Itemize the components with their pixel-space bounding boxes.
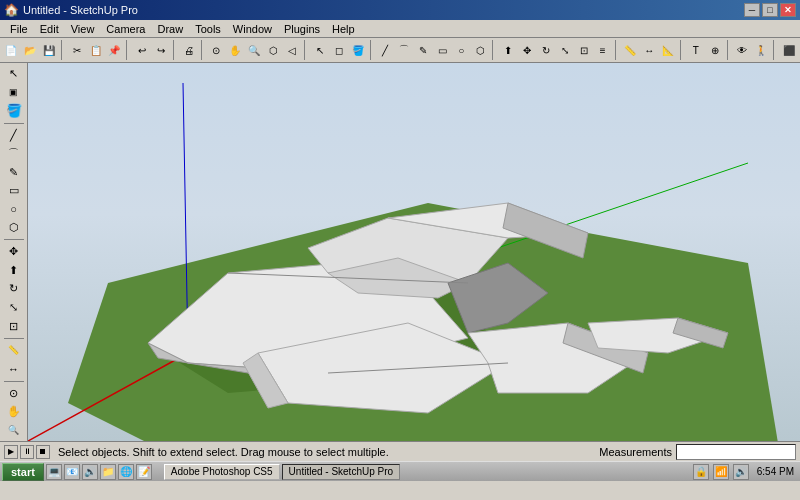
tb-new[interactable]: 📄: [2, 40, 20, 60]
app-icon: 🏠: [4, 3, 19, 17]
taskbar-icon-4[interactable]: 📁: [100, 464, 116, 480]
tb-sep-4: [201, 40, 205, 60]
tb-undo[interactable]: ↩: [133, 40, 151, 60]
status-icon-2[interactable]: ⏸: [20, 445, 34, 459]
sys-tray-icon-3[interactable]: 🔊: [733, 464, 749, 480]
ltb-line[interactable]: ╱: [3, 126, 25, 144]
ltb-circle[interactable]: ○: [3, 200, 25, 218]
tb-protractor[interactable]: 📐: [659, 40, 677, 60]
tb-sep-11: [773, 40, 777, 60]
status-icons: ▶ ⏸ ⏹: [4, 445, 50, 459]
tb-copy[interactable]: 📋: [87, 40, 105, 60]
tb-sep-7: [492, 40, 496, 60]
ltb-tape[interactable]: 📏: [3, 342, 25, 360]
tb-select[interactable]: ↖: [311, 40, 329, 60]
maximize-button[interactable]: □: [762, 3, 778, 17]
menu-draw[interactable]: Draw: [151, 22, 189, 36]
tb-dim[interactable]: ↔: [640, 40, 658, 60]
tb-move[interactable]: ✥: [518, 40, 536, 60]
ltb-dim[interactable]: ↔: [3, 360, 25, 378]
tb-open[interactable]: 📂: [21, 40, 39, 60]
tb-rect[interactable]: ▭: [433, 40, 451, 60]
tb-print[interactable]: 🖨: [180, 40, 198, 60]
ltb-polygon[interactable]: ⬡: [3, 219, 25, 237]
ltb-offset[interactable]: ⊡: [3, 317, 25, 335]
menu-edit[interactable]: Edit: [34, 22, 65, 36]
menu-plugins[interactable]: Plugins: [278, 22, 326, 36]
taskbar-icon-2[interactable]: 📧: [64, 464, 80, 480]
viewport[interactable]: [28, 63, 800, 441]
tb-freehand[interactable]: ✎: [414, 40, 432, 60]
tb-save[interactable]: 💾: [40, 40, 58, 60]
taskbar-icon-3[interactable]: 🔊: [82, 464, 98, 480]
tb-lookaround[interactable]: 👁: [734, 40, 752, 60]
measurements-label: Measurements: [599, 446, 672, 458]
start-button[interactable]: start: [2, 463, 44, 481]
menu-view[interactable]: View: [65, 22, 101, 36]
tb-orbit[interactable]: ⊙: [207, 40, 225, 60]
tb-arc[interactable]: ⌒: [395, 40, 413, 60]
taskbar-photoshop[interactable]: Adobe Photoshop CS5: [164, 464, 280, 480]
tb-rotate[interactable]: ↻: [537, 40, 555, 60]
ltb-sep-1: [4, 123, 24, 124]
tb-section[interactable]: ⬛: [780, 40, 798, 60]
ltb-pushpull[interactable]: ⬆: [3, 262, 25, 280]
statusbar-left: ▶ ⏸ ⏹ Select objects. Shift to extend se…: [4, 445, 389, 459]
close-button[interactable]: ✕: [780, 3, 796, 17]
menu-camera[interactable]: Camera: [100, 22, 151, 36]
tb-pan[interactable]: ✋: [226, 40, 244, 60]
tb-zoom-ext[interactable]: ⬡: [264, 40, 282, 60]
menu-file[interactable]: File: [4, 22, 34, 36]
ltb-select[interactable]: ↖: [3, 65, 25, 83]
ltb-erase[interactable]: ▣: [3, 84, 25, 102]
ltb-rect[interactable]: ▭: [3, 182, 25, 200]
menu-help[interactable]: Help: [326, 22, 361, 36]
minimize-button[interactable]: ─: [744, 3, 760, 17]
tb-redo[interactable]: ↪: [152, 40, 170, 60]
taskbar-icon-5[interactable]: 🌐: [118, 464, 134, 480]
menu-tools[interactable]: Tools: [189, 22, 227, 36]
taskbar-icon-1[interactable]: 💻: [46, 464, 62, 480]
taskbar-sketchup[interactable]: Untitled - SketchUp Pro: [282, 464, 401, 480]
taskbar-sketchup-label: Untitled - SketchUp Pro: [289, 466, 394, 477]
tb-zoom[interactable]: 🔍: [245, 40, 263, 60]
tb-pushpull[interactable]: ⬆: [499, 40, 517, 60]
tb-circle[interactable]: ○: [452, 40, 470, 60]
tb-axes[interactable]: ⊕: [706, 40, 724, 60]
ltb-paint[interactable]: 🪣: [3, 102, 25, 120]
3d-scene: [28, 63, 800, 441]
titlebar-left: 🏠 Untitled - SketchUp Pro: [4, 3, 138, 17]
measurements-input[interactable]: [676, 444, 796, 460]
ltb-move[interactable]: ✥: [3, 243, 25, 261]
ltb-freehand[interactable]: ✎: [3, 163, 25, 181]
tb-paint[interactable]: 🪣: [349, 40, 367, 60]
tb-text[interactable]: T: [687, 40, 705, 60]
tb-sep-10: [727, 40, 731, 60]
status-icon-1[interactable]: ▶: [4, 445, 18, 459]
ltb-scale[interactable]: ⤡: [3, 299, 25, 317]
tb-tape[interactable]: 📏: [621, 40, 639, 60]
tb-cut[interactable]: ✂: [68, 40, 86, 60]
sys-tray-icon-1[interactable]: 🔒: [693, 464, 709, 480]
sys-tray-icon-2[interactable]: 📶: [713, 464, 729, 480]
tb-offset[interactable]: ⊡: [575, 40, 593, 60]
ltb-arc[interactable]: ⌒: [3, 145, 25, 163]
tb-prev-view[interactable]: ◁: [283, 40, 301, 60]
tb-scale[interactable]: ⤡: [556, 40, 574, 60]
tb-paste[interactable]: 📌: [106, 40, 124, 60]
tb-line[interactable]: ╱: [376, 40, 394, 60]
status-icon-3[interactable]: ⏹: [36, 445, 50, 459]
menu-window[interactable]: Window: [227, 22, 278, 36]
taskbar-icon-6[interactable]: 📝: [136, 464, 152, 480]
ltb-sep-2: [4, 239, 24, 240]
tb-walkthrough[interactable]: 🚶: [752, 40, 770, 60]
tb-erase[interactable]: ◻: [330, 40, 348, 60]
ltb-rotate[interactable]: ↻: [3, 280, 25, 298]
tb-followme[interactable]: ≡: [594, 40, 612, 60]
ltb-sep-3: [4, 338, 24, 339]
ltb-pan[interactable]: ✋: [3, 403, 25, 421]
ltb-orbit[interactable]: ⊙: [3, 384, 25, 402]
tb-polygon[interactable]: ⬡: [471, 40, 489, 60]
ltb-zoom[interactable]: 🔍: [3, 421, 25, 439]
tb-sep-3: [173, 40, 177, 60]
